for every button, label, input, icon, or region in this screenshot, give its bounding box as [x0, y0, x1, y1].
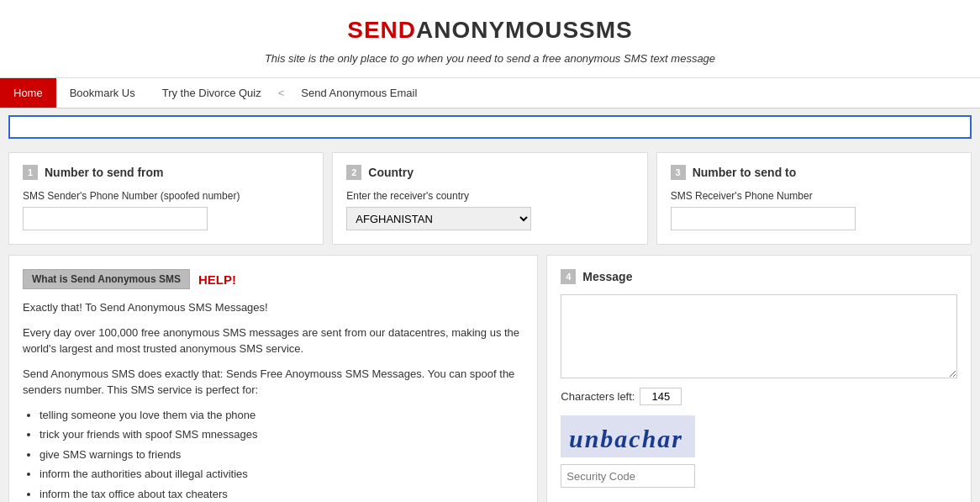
step-1-box: 1 Number to send from SMS Sender's Phone…	[8, 152, 324, 245]
step-3-number: 3	[671, 165, 686, 180]
main-content: 1 Number to send from SMS Sender's Phone…	[0, 145, 980, 502]
list-item: telling someone you love them via the ph…	[40, 407, 524, 424]
info-header-button[interactable]: What is Send Anonymous SMS	[23, 269, 190, 289]
security-code-input[interactable]	[561, 464, 695, 488]
list-item: trick your friends with spoof SMS mnessa…	[40, 426, 524, 443]
step-3-title: Number to send to	[693, 166, 797, 179]
step-3-box: 3 Number to send to SMS Receiver's Phone…	[656, 152, 972, 245]
captcha-image: unbachar	[561, 415, 695, 457]
info-list: telling someone you love them via the ph…	[40, 407, 524, 503]
nav-separator: <	[275, 78, 288, 108]
search-bar	[8, 115, 972, 139]
step-1-title: Number to send from	[45, 166, 164, 179]
info-para-2: Every day over 100,000 free anonymous SM…	[23, 325, 524, 357]
tagline: This site is the only place to go when y…	[8, 52, 972, 65]
chars-left-input[interactable]	[640, 388, 682, 405]
nav-divorce-quiz[interactable]: Try the Divorce Quiz	[149, 78, 275, 108]
info-header: What is Send Anonymous SMS HELP!	[23, 269, 524, 289]
step-1-label: SMS Sender's Phone Number (spoofed numbe…	[23, 190, 309, 202]
msg-header: 4 Message	[561, 269, 957, 284]
message-box: 4 Message Characters left: unbachar	[546, 255, 972, 502]
list-item: inform the authorities about illegal act…	[40, 466, 524, 483]
info-para-1: Exactly that! To Send Anonymous SMS Mess…	[23, 299, 524, 316]
step-2-header: 2 Country	[346, 165, 633, 180]
title-rest: ANONYMOUSSMS	[416, 17, 633, 43]
list-item: inform the tax office about tax cheaters	[40, 486, 524, 503]
step-2-box: 2 Country Enter the receiver's country A…	[332, 152, 647, 245]
chars-left-label: Characters left:	[561, 390, 635, 403]
title-send: SEND	[347, 17, 416, 43]
msg-title: Message	[582, 270, 632, 283]
step-2-label: Enter the receiver's country	[346, 190, 633, 202]
message-textarea[interactable]	[561, 294, 957, 378]
info-help-label: HELP!	[198, 272, 236, 287]
sender-phone-input[interactable]	[23, 207, 208, 230]
list-item: give SMS warnings to friends	[40, 447, 524, 463]
nav-home[interactable]: Home	[0, 78, 56, 108]
site-title: SENDANONYMOUSSMS	[8, 17, 972, 44]
info-para-3: Send Anonymous SMS does exactly that: Se…	[23, 366, 524, 399]
site-header: SENDANONYMOUSSMS This site is the only p…	[0, 0, 980, 78]
step-3-label: SMS Receiver's Phone Number	[671, 190, 957, 202]
lower-content: What is Send Anonymous SMS HELP! Exactly…	[8, 255, 972, 502]
step-3-header: 3 Number to send to	[671, 165, 957, 180]
step-2-title: Country	[368, 166, 414, 179]
msg-number: 4	[561, 269, 576, 284]
country-select[interactable]: AFGHANISTANALBANIAALGERIAAUSTRALIAAUSTRI…	[346, 207, 531, 230]
navbar: Home Bookmark Us Try the Divorce Quiz < …	[0, 78, 980, 108]
svg-text:unbachar: unbachar	[569, 425, 683, 452]
step-1-header: 1 Number to send from	[23, 165, 309, 180]
step-2-number: 2	[346, 165, 361, 180]
nav-anon-email[interactable]: Send Anonymous Email	[287, 78, 430, 108]
step-boxes: 1 Number to send from SMS Sender's Phone…	[8, 152, 972, 245]
info-box: What is Send Anonymous SMS HELP! Exactly…	[8, 255, 538, 502]
info-box-content: Exactly that! To Send Anonymous SMS Mess…	[23, 299, 524, 502]
nav-bookmark[interactable]: Bookmark Us	[56, 78, 149, 108]
step-1-number: 1	[23, 165, 38, 180]
receiver-phone-input[interactable]	[671, 207, 856, 230]
captcha-area: unbachar	[561, 415, 957, 488]
chars-left-row: Characters left:	[561, 388, 957, 405]
